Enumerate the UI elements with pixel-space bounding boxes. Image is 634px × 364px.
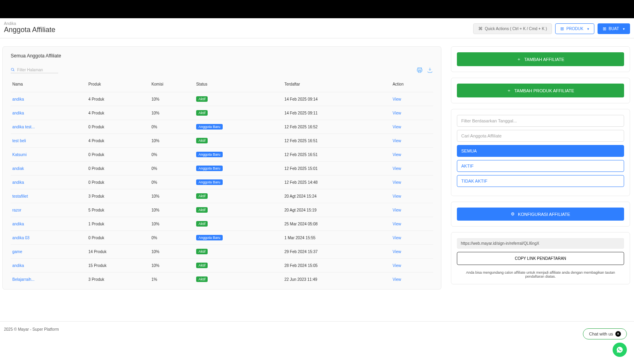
filter-tidak-aktif[interactable]: TIDAK AKTIF: [457, 175, 624, 187]
top-bar: [0, 0, 634, 18]
buat-label: BUAT: [609, 27, 619, 31]
row-komisi: 0%: [150, 120, 195, 134]
footer: 2025 © Mayar - Super Platform: [0, 321, 634, 337]
row-komisi: 0%: [150, 175, 195, 189]
row-komisi: 0%: [150, 231, 195, 245]
row-komisi: 10%: [150, 203, 195, 217]
row-name-link[interactable]: Belajarraih...: [12, 277, 34, 282]
status-badge: Aktif: [196, 276, 208, 282]
table-row: razor5 Produk10%Aktif20 Agt 2024 15:19Vi…: [11, 203, 433, 217]
view-link[interactable]: View: [393, 263, 401, 268]
filter-tanggal-input[interactable]: [457, 115, 624, 127]
row-name-link[interactable]: test beli: [12, 139, 26, 143]
row-terdaftar: 14 Feb 2025 09:14: [283, 92, 391, 106]
view-link[interactable]: View: [393, 125, 401, 129]
row-name-link[interactable]: andika test...: [12, 125, 35, 129]
row-terdaftar: 12 Feb 2025 16:52: [283, 120, 391, 134]
view-link[interactable]: View: [393, 180, 401, 185]
view-link[interactable]: View: [393, 250, 401, 254]
table-row: andika4 Produk10%Aktif14 Feb 2025 09:11V…: [11, 106, 433, 120]
status-badge: Aktif: [196, 138, 208, 143]
page-title: Anggota Affiliate: [4, 26, 55, 34]
row-komisi: 10%: [150, 92, 195, 106]
row-komisi: 10%: [150, 134, 195, 148]
table-row: andika 030 Produk0%Anggota Baru1 Mar 202…: [11, 231, 433, 245]
row-terdaftar: 12 Feb 2025 16:51: [283, 148, 391, 162]
row-name-link[interactable]: andiak: [12, 166, 24, 171]
view-link[interactable]: View: [393, 152, 401, 157]
konfigurasi-button[interactable]: ⚙ KONFIGURASI AFFILIATE: [457, 208, 624, 221]
row-produk: 0 Produk: [87, 148, 150, 162]
row-name-link[interactable]: andika: [12, 111, 24, 115]
table-row: Belajarraih...3 Produk1%Aktif22 Jun 2023…: [11, 273, 433, 286]
chat-widget: Chat with us ✕: [583, 328, 627, 337]
row-produk: 3 Produk: [87, 273, 150, 286]
view-link[interactable]: View: [393, 139, 401, 143]
row-name-link[interactable]: andika: [12, 263, 24, 268]
row-name-link[interactable]: game: [12, 250, 22, 254]
referral-card: https://web.mayar.id/sign-in/referral/QL…: [451, 232, 630, 284]
table-row: andika0 Produk0%Anggota Baru12 Feb 2025 …: [11, 175, 433, 189]
breadcrumb: Andika: [4, 21, 55, 26]
footer-text: 2025 © Mayar - Super Platform: [4, 327, 59, 332]
row-terdaftar: 25 Mar 2024 05:08: [283, 217, 391, 231]
row-terdaftar: 1 Mar 2024 15:55: [283, 231, 391, 245]
view-link[interactable]: View: [393, 222, 401, 226]
row-produk: 0 Produk: [87, 162, 150, 175]
row-produk: 14 Produk: [87, 245, 150, 259]
tambah-affiliate-button[interactable]: ＋ TAMBAH AFFILIATE: [457, 52, 624, 66]
view-link[interactable]: View: [393, 236, 401, 240]
status-badge: Aktif: [196, 96, 208, 102]
row-produk: 5 Produk: [87, 203, 150, 217]
view-link[interactable]: View: [393, 194, 401, 198]
col-terdaftar: Terdaftar: [283, 79, 391, 92]
buat-dropdown-button[interactable]: ⊞ BUAT ▾: [598, 23, 630, 34]
produk-dropdown-button[interactable]: ⊞ PRODUK ▾: [555, 23, 594, 34]
download-icon[interactable]: [427, 67, 433, 73]
row-name-link[interactable]: andika: [12, 97, 24, 101]
plus-square-icon: ⊞: [603, 26, 606, 31]
row-name-link[interactable]: andika 03: [12, 236, 29, 240]
close-icon[interactable]: ✕: [615, 331, 621, 337]
row-terdaftar: 20 Agt 2024 15:19: [283, 203, 391, 217]
table-row: test beli4 Produk10%Aktif12 Feb 2025 16:…: [11, 134, 433, 148]
quick-actions-button[interactable]: ⌘ Quick Actions ( Ctrl + K / Cmd + K ): [473, 23, 552, 34]
svg-rect-0: [418, 68, 421, 69]
view-link[interactable]: View: [393, 277, 401, 282]
row-produk: 4 Produk: [87, 106, 150, 120]
add-affiliate-card: ＋ TAMBAH AFFILIATE: [451, 46, 630, 72]
status-badge: Aktif: [196, 193, 208, 199]
tambah-produk-button[interactable]: ＋ TAMBAH PRODUK AFFILIATE: [457, 84, 624, 97]
search-input-wrap[interactable]: [11, 67, 58, 73]
view-link[interactable]: View: [393, 111, 401, 115]
row-name-link[interactable]: testafiliet: [12, 194, 28, 198]
col-komisi: Komisi: [150, 79, 195, 92]
plus-square-icon: ⊞: [560, 26, 564, 31]
konfigurasi-label: KONFIGURASI AFFILIATE: [518, 212, 570, 217]
row-komisi: 10%: [150, 106, 195, 120]
print-icon[interactable]: [416, 67, 423, 73]
status-badge: Aktif: [196, 249, 208, 254]
row-terdaftar: 29 Feb 2024 15:37: [283, 245, 391, 259]
row-terdaftar: 14 Feb 2025 09:11: [283, 106, 391, 120]
filter-aktif[interactable]: AKTIF: [457, 160, 624, 172]
row-produk: 0 Produk: [87, 120, 150, 134]
status-badge: Anggota Baru: [196, 152, 223, 157]
row-name-link[interactable]: andika: [12, 180, 24, 185]
row-name-link[interactable]: Katsumi: [12, 152, 27, 157]
col-action: Action: [391, 79, 433, 92]
plus-icon: ＋: [507, 88, 511, 93]
tambah-produk-label: TAMBAH PRODUK AFFILIATE: [514, 88, 574, 93]
table-row: andika15 Produk10%Aktif28 Feb 2024 15:05…: [11, 259, 433, 273]
view-link[interactable]: View: [393, 97, 401, 101]
row-name-link[interactable]: razor: [12, 208, 21, 212]
row-name-link[interactable]: andika: [12, 222, 24, 226]
copy-link-button[interactable]: COPY LINK PENDAFTARAN: [457, 252, 624, 265]
view-link[interactable]: View: [393, 166, 401, 171]
filter-semua[interactable]: SEMUA: [457, 145, 624, 157]
filter-page-input[interactable]: [17, 68, 58, 72]
svg-rect-2: [418, 71, 421, 72]
view-link[interactable]: View: [393, 208, 401, 212]
cari-anggota-input[interactable]: [457, 130, 624, 142]
chat-bubble[interactable]: Chat with us ✕: [583, 328, 627, 337]
